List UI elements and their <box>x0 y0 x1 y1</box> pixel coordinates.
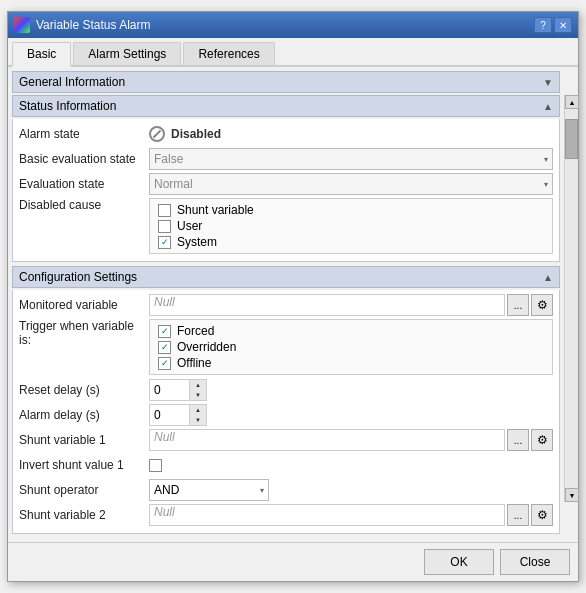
basic-eval-row: Basic evaluation state False ▾ <box>19 148 553 170</box>
config-settings-chevron: ▲ <box>543 272 553 283</box>
shunt-op-label: Shunt operator <box>19 483 149 497</box>
shunt-op-value: AND ▾ <box>149 479 553 501</box>
status-info-label: Status Information <box>19 99 116 113</box>
ok-button[interactable]: OK <box>424 549 494 575</box>
shunt-var1-gear-button[interactable]: ⚙ <box>531 429 553 451</box>
disabled-cause-row: Disabled cause Shunt variable User <box>19 198 553 254</box>
alarm-state-label: Alarm state <box>19 127 149 141</box>
dialog-body: General Information ▼ Status Information… <box>8 67 578 542</box>
eval-state-label: Evaluation state <box>19 177 149 191</box>
offline-checkbox[interactable] <box>158 357 171 370</box>
reset-delay-up[interactable]: ▲ <box>190 380 206 390</box>
trigger-offline: Offline <box>158 356 544 370</box>
alarm-delay-value: ▲ ▼ <box>149 404 553 426</box>
trigger-group: Forced Overridden Offline <box>149 319 553 375</box>
disabled-cause-system: System <box>158 235 544 249</box>
shunt-var2-gear-button[interactable]: ⚙ <box>531 504 553 526</box>
status-info-body: Alarm state Disabled Basic evaluation st… <box>12 119 560 262</box>
tabs-bar: Basic Alarm Settings References <box>8 38 578 67</box>
overridden-label: Overridden <box>177 340 236 354</box>
user-checkbox[interactable] <box>158 220 171 233</box>
user-label: User <box>177 219 202 233</box>
trigger-row: Trigger when variable is: Forced Overrid… <box>19 319 553 375</box>
monitored-var-gear-button[interactable]: ⚙ <box>531 294 553 316</box>
variable-status-alarm-window: Variable Status Alarm ? ✕ Basic Alarm Se… <box>7 11 579 582</box>
invert-shunt-row: Invert shunt value 1 <box>19 454 553 476</box>
reset-delay-label: Reset delay (s) <box>19 383 149 397</box>
shunt-var2-value: Null ... ⚙ <box>149 504 553 526</box>
reset-delay-down[interactable]: ▼ <box>190 390 206 400</box>
disabled-cause-user: User <box>158 219 544 233</box>
invert-shunt-label: Invert shunt value 1 <box>19 458 149 472</box>
shunt-op-row: Shunt operator AND ▾ <box>19 479 553 501</box>
scroll-track <box>565 109 578 488</box>
alarm-delay-group: ▲ ▼ <box>149 404 209 426</box>
config-settings-body: Monitored variable Null ... ⚙ <box>12 290 560 534</box>
alarm-delay-label: Alarm delay (s) <box>19 408 149 422</box>
tab-references[interactable]: References <box>183 42 274 65</box>
eval-state-dropdown[interactable]: Normal ▾ <box>149 173 553 195</box>
forced-checkbox[interactable] <box>158 325 171 338</box>
title-bar: Variable Status Alarm ? ✕ <box>8 12 578 38</box>
scrollbar: ▲ ▼ <box>564 95 578 502</box>
tab-alarm-settings[interactable]: Alarm Settings <box>73 42 181 65</box>
config-settings-label: Configuration Settings <box>19 270 137 284</box>
system-checkbox[interactable] <box>158 236 171 249</box>
disabled-cause-value: Shunt variable User System <box>149 198 553 254</box>
content-area: General Information ▼ Status Information… <box>8 67 564 542</box>
monitored-var-label: Monitored variable <box>19 298 149 312</box>
basic-eval-dropdown[interactable]: False ▾ <box>149 148 553 170</box>
shunt-var1-group: Null ... ⚙ <box>149 429 553 451</box>
alarm-delay-up[interactable]: ▲ <box>190 405 206 415</box>
offline-label: Offline <box>177 356 211 370</box>
alarm-delay-spinner: ▲ ▼ <box>189 404 207 426</box>
shunt-variable-label: Shunt variable <box>177 203 254 217</box>
alarm-delay-down[interactable]: ▼ <box>190 415 206 425</box>
trigger-forced: Forced <box>158 324 544 338</box>
general-info-label: General Information <box>19 75 125 89</box>
shunt-var1-dots-button[interactable]: ... <box>507 429 529 451</box>
shunt-var2-input[interactable]: Null <box>149 504 505 526</box>
scroll-down-button[interactable]: ▼ <box>565 488 579 502</box>
help-button[interactable]: ? <box>534 17 552 33</box>
reset-delay-value: ▲ ▼ <box>149 379 553 401</box>
scroll-up-button[interactable]: ▲ <box>565 95 579 109</box>
tab-basic[interactable]: Basic <box>12 42 71 67</box>
reset-delay-input[interactable] <box>149 379 189 401</box>
shunt-var2-label: Shunt variable 2 <box>19 508 149 522</box>
basic-eval-arrow: ▾ <box>544 155 548 164</box>
monitored-var-dots-button[interactable]: ... <box>507 294 529 316</box>
shunt-var2-dots-button[interactable]: ... <box>507 504 529 526</box>
disabled-icon <box>149 126 165 142</box>
title-bar-buttons: ? ✕ <box>534 17 572 33</box>
config-settings-header[interactable]: Configuration Settings ▲ <box>12 266 560 288</box>
forced-label: Forced <box>177 324 214 338</box>
invert-shunt-value <box>149 459 553 472</box>
monitored-var-input[interactable]: Null <box>149 294 505 316</box>
shunt-var1-input[interactable]: Null <box>149 429 505 451</box>
general-info-header[interactable]: General Information ▼ <box>12 71 560 93</box>
overridden-checkbox[interactable] <box>158 341 171 354</box>
shunt-op-dropdown[interactable]: AND ▾ <box>149 479 269 501</box>
eval-state-value: Normal ▾ <box>149 173 553 195</box>
alarm-delay-input[interactable] <box>149 404 189 426</box>
invert-shunt-checkbox[interactable] <box>149 459 162 472</box>
monitored-var-group: Null ... ⚙ <box>149 294 553 316</box>
scroll-thumb[interactable] <box>565 119 578 159</box>
alarm-delay-row: Alarm delay (s) ▲ ▼ <box>19 404 553 426</box>
shunt-var1-label: Shunt variable 1 <box>19 433 149 447</box>
monitored-var-value: Null ... ⚙ <box>149 294 553 316</box>
basic-eval-value: False ▾ <box>149 148 553 170</box>
system-label: System <box>177 235 217 249</box>
shunt-var2-row: Shunt variable 2 Null ... ⚙ <box>19 504 553 526</box>
eval-state-arrow: ▾ <box>544 180 548 189</box>
monitored-var-row: Monitored variable Null ... ⚙ <box>19 294 553 316</box>
reset-delay-row: Reset delay (s) ▲ ▼ <box>19 379 553 401</box>
close-window-button[interactable]: ✕ <box>554 17 572 33</box>
disabled-cause-shunt: Shunt variable <box>158 203 544 217</box>
shunt-variable-checkbox[interactable] <box>158 204 171 217</box>
status-info-header[interactable]: Status Information ▲ <box>12 95 560 117</box>
reset-delay-spinner: ▲ ▼ <box>189 379 207 401</box>
close-button[interactable]: Close <box>500 549 570 575</box>
reset-delay-group: ▲ ▼ <box>149 379 209 401</box>
